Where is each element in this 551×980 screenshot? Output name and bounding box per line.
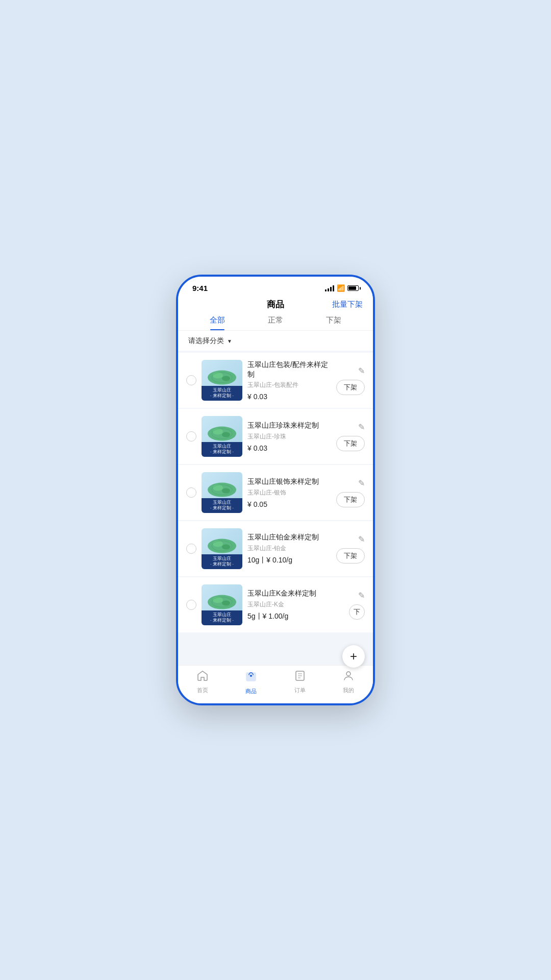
bottom-nav: 首页 商品 订单 — [178, 665, 373, 703]
tab-all[interactable]: 全部 — [188, 310, 246, 330]
category-select[interactable]: 请选择分类 ▼ — [188, 336, 232, 346]
list-item: 玉翠山庄 · 来样定制 · 玉翠山庄珍珠来样定制 玉翠山庄-珍珠 ¥ 0.03 … — [178, 409, 373, 464]
svg-point-9 — [213, 485, 223, 491]
tab-delisted[interactable]: 下架 — [305, 310, 363, 330]
product-badge-2: 玉翠山庄 · 来样定制 · — [202, 442, 242, 457]
product-checkbox-1[interactable] — [186, 375, 196, 385]
product-actions-5: ✎ 下 — [349, 591, 365, 620]
header: 商品 批量下架 — [178, 296, 373, 310]
edit-icon-1[interactable]: ✎ — [358, 366, 365, 376]
nav-item-products[interactable]: 商品 — [227, 670, 276, 695]
product-price-2: ¥ 0.03 — [247, 444, 331, 452]
svg-point-26 — [346, 672, 350, 676]
orders-icon — [294, 670, 306, 685]
product-info-2: 玉翠山庄珍珠来样定制 玉翠山庄-珍珠 ¥ 0.03 — [247, 421, 331, 452]
edit-icon-5[interactable]: ✎ — [358, 591, 365, 600]
svg-point-5 — [213, 429, 223, 435]
home-icon — [196, 670, 209, 685]
filter-bar: 请选择分类 ▼ — [178, 331, 373, 351]
product-sub-2: 玉翠山庄-珍珠 — [247, 432, 331, 441]
product-image-5: 玉翠山庄 · 来样定制 · — [202, 584, 242, 625]
bulk-delist-button[interactable]: 批量下架 — [332, 300, 363, 308]
product-name-4: 玉翠山庄铂金来样定制 — [247, 532, 331, 542]
delist-button-1[interactable]: 下架 — [336, 380, 365, 395]
status-time: 9:41 — [192, 284, 208, 292]
product-image-1: 玉翠山庄 · 来样定制 · — [202, 360, 242, 401]
product-list: 玉翠山庄 · 来样定制 · 玉翠山庄包装/配件来样定制 玉翠山庄-包装配件 ¥ … — [178, 353, 373, 665]
svg-point-13 — [213, 541, 223, 547]
svg-point-21 — [250, 675, 252, 677]
svg-point-10 — [222, 488, 230, 494]
product-name-2: 玉翠山庄珍珠来样定制 — [247, 421, 331, 430]
product-sub-1: 玉翠山庄-包装配件 — [247, 381, 331, 389]
list-item: 玉翠山庄 · 来样定制 · 玉翠山庄K金来样定制 玉翠山庄-K金 5g丨¥ 1.… — [178, 577, 373, 632]
status-bar: 9:41 📶 — [178, 277, 373, 296]
product-name-1: 玉翠山庄包装/配件来样定制 — [247, 360, 331, 378]
mine-icon — [342, 670, 355, 685]
product-checkbox-3[interactable] — [186, 487, 196, 498]
product-badge-4: 玉翠山庄 · 来样定制 · — [202, 554, 242, 569]
nav-label-products: 商品 — [245, 688, 257, 695]
product-image-4: 玉翠山庄 · 来样定制 · — [202, 528, 242, 569]
page-title: 商品 — [246, 299, 305, 310]
product-price-5: 5g丨¥ 1.00/g — [247, 612, 344, 621]
svg-point-1 — [213, 373, 223, 379]
product-checkbox-2[interactable] — [186, 431, 196, 442]
svg-point-18 — [222, 601, 230, 606]
list-item: 玉翠山庄 · 来样定制 · 玉翠山庄包装/配件来样定制 玉翠山庄-包装配件 ¥ … — [178, 353, 373, 408]
product-checkbox-5[interactable] — [186, 600, 196, 610]
product-sub-3: 玉翠山庄-银饰 — [247, 488, 331, 497]
svg-point-17 — [213, 597, 223, 603]
nav-label-orders: 订单 — [294, 687, 306, 694]
delist-button-2[interactable]: 下架 — [336, 436, 365, 451]
list-item: 玉翠山庄 · 来样定制 · 玉翠山庄银饰来样定制 玉翠山庄-银饰 ¥ 0.05 … — [178, 465, 373, 520]
nav-item-orders[interactable]: 订单 — [276, 670, 324, 695]
signal-bars-icon — [325, 285, 334, 291]
category-select-label: 请选择分类 — [188, 336, 224, 346]
product-badge-3: 玉翠山庄 · 来样定制 · — [202, 498, 242, 513]
product-price-3: ¥ 0.05 — [247, 500, 331, 508]
product-info-5: 玉翠山庄K金来样定制 玉翠山庄-K金 5g丨¥ 1.00/g — [247, 589, 344, 621]
product-actions-2: ✎ 下架 — [336, 422, 365, 451]
product-actions-3: ✎ 下架 — [336, 478, 365, 507]
svg-point-2 — [222, 376, 230, 381]
phone-shell: 9:41 📶 商品 批量下架 全部 正常 下 — [176, 275, 375, 705]
product-sub-4: 玉翠山庄-铂金 — [247, 544, 331, 553]
product-image-3: 玉翠山庄 · 来样定制 · — [202, 472, 242, 513]
delist-button-5[interactable]: 下 — [349, 604, 365, 620]
product-checkbox-4[interactable] — [186, 544, 196, 554]
tab-normal[interactable]: 正常 — [246, 310, 305, 330]
product-price-1: ¥ 0.03 — [247, 393, 331, 401]
product-sub-5: 玉翠山庄-K金 — [247, 600, 344, 609]
product-price-4: 10g丨¥ 0.10/g — [247, 556, 331, 565]
svg-point-6 — [222, 432, 230, 437]
product-image-2: 玉翠山庄 · 来样定制 · — [202, 416, 242, 457]
edit-icon-4[interactable]: ✎ — [358, 534, 365, 544]
fab-add-button[interactable]: + — [342, 645, 365, 668]
product-name-3: 玉翠山庄银饰来样定制 — [247, 477, 331, 486]
product-actions-4: ✎ 下架 — [336, 534, 365, 564]
svg-point-14 — [222, 545, 230, 550]
product-info-3: 玉翠山庄银饰来样定制 玉翠山庄-银饰 ¥ 0.05 — [247, 477, 331, 508]
status-icons: 📶 — [325, 284, 359, 292]
products-icon — [244, 670, 258, 686]
product-info-1: 玉翠山庄包装/配件来样定制 玉翠山庄-包装配件 ¥ 0.03 — [247, 360, 331, 400]
nav-item-mine[interactable]: 我的 — [324, 670, 373, 695]
product-badge-1: 玉翠山庄 · 来样定制 · — [202, 386, 242, 401]
list-item: 玉翠山庄 · 来样定制 · 玉翠山庄铂金来样定制 玉翠山庄-铂金 10g丨¥ 0… — [178, 521, 373, 576]
wifi-icon: 📶 — [337, 284, 345, 292]
product-info-4: 玉翠山庄铂金来样定制 玉翠山庄-铂金 10g丨¥ 0.10/g — [247, 532, 331, 565]
delist-button-4[interactable]: 下架 — [336, 548, 365, 564]
product-name-5: 玉翠山庄K金来样定制 — [247, 589, 344, 598]
product-badge-5: 玉翠山庄 · 来样定制 · — [202, 610, 242, 625]
nav-item-home[interactable]: 首页 — [178, 670, 227, 695]
product-actions-1: ✎ 下架 — [336, 366, 365, 395]
delist-button-3[interactable]: 下架 — [336, 492, 365, 507]
tab-bar: 全部 正常 下架 — [178, 310, 373, 331]
nav-label-mine: 我的 — [343, 687, 354, 694]
edit-icon-3[interactable]: ✎ — [358, 478, 365, 488]
battery-icon — [347, 285, 359, 291]
edit-icon-2[interactable]: ✎ — [358, 422, 365, 432]
chevron-down-icon: ▼ — [227, 338, 232, 344]
nav-label-home: 首页 — [197, 687, 208, 694]
